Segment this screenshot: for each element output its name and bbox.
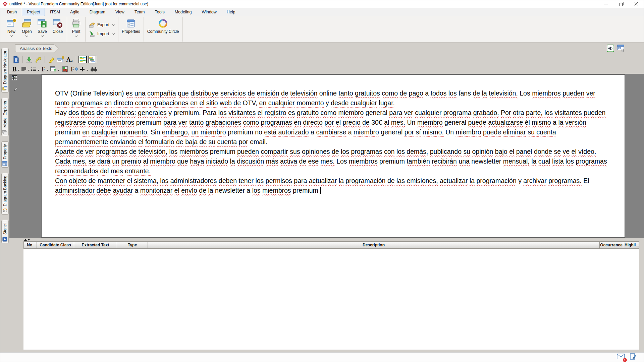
color-button[interactable]	[61, 65, 69, 73]
sidebar-tab-model-explorer[interactable]: Model Explorer	[1, 98, 9, 136]
new-view-button[interactable]	[56, 55, 64, 64]
dropdown-caret-icon[interactable]	[38, 70, 40, 71]
align-button[interactable]	[21, 65, 30, 73]
column-header-description[interactable]: Description	[148, 241, 600, 249]
column-header-extracted-text[interactable]: Extracted Text	[74, 241, 117, 249]
font-style-button[interactable]: F	[41, 65, 49, 73]
list-button[interactable]	[31, 65, 40, 73]
paragraph: Con objeto de mantener el sistema, los a…	[55, 176, 609, 195]
menu-item-view[interactable]: View	[110, 8, 129, 16]
pen-button[interactable]	[13, 86, 18, 94]
column-header-candidate-class[interactable]: Candidate Class	[37, 241, 74, 249]
storyboard-button[interactable]	[12, 75, 17, 81]
print-button[interactable]: Print	[68, 17, 84, 42]
chevron-down-icon[interactable]	[25, 34, 28, 37]
font-style-icon: F	[42, 66, 45, 72]
menu-item-help[interactable]: Help	[222, 8, 240, 16]
close-button[interactable]	[629, 0, 644, 8]
bold-icon: B	[12, 66, 17, 72]
sidebar-tab-property[interactable]: Property	[1, 141, 9, 168]
toolbar-separator	[76, 56, 76, 63]
messages-button[interactable]: 1	[617, 354, 625, 361]
menu-item-team[interactable]: Team	[129, 8, 150, 16]
menu-item-window[interactable]: Window	[197, 8, 221, 16]
analysis-table-body[interactable]	[23, 249, 639, 350]
sidebar-tab-label: Model Explorer	[3, 101, 7, 128]
menu-item-modeling[interactable]: Modeling	[170, 8, 197, 16]
dropdown-caret-icon[interactable]	[86, 70, 88, 71]
menu-item-dash[interactable]: Dash	[2, 8, 22, 16]
column-header-no[interactable]: No.	[23, 241, 37, 249]
export-label: Export	[97, 22, 109, 27]
text-document-button[interactable]	[12, 55, 20, 64]
dropdown-caret-icon[interactable]	[28, 70, 30, 71]
restore-button[interactable]	[613, 0, 629, 8]
collapse-up-icon[interactable]	[24, 239, 27, 241]
highlight-button[interactable]	[47, 55, 55, 64]
open-button[interactable]: Open	[19, 17, 35, 42]
paragraph: Aparte de ver programas de televisión, l…	[55, 147, 609, 176]
menu-item-itsm[interactable]: ITSM	[45, 8, 65, 16]
ribbon-group-community: Community Circle	[144, 17, 183, 42]
export-text-button[interactable]	[34, 55, 42, 64]
editor-canvas: OTV (Online Television) es una compañía …	[9, 74, 644, 238]
panel-splitter[interactable]	[9, 238, 644, 241]
menu-item-tools[interactable]: Tools	[150, 8, 169, 16]
dropdown-caret-icon[interactable]	[18, 70, 20, 71]
chevron-down-icon[interactable]	[41, 34, 44, 37]
community-circle-icon	[158, 18, 168, 28]
collapse-down-icon[interactable]	[28, 239, 30, 241]
save-button[interactable]: Save	[35, 17, 50, 42]
properties-button[interactable]: Properties	[120, 17, 142, 42]
pen-icon	[13, 86, 18, 92]
dropdown-caret-icon[interactable]	[46, 70, 48, 71]
find-button[interactable]	[90, 65, 98, 73]
dropdown-caret-icon[interactable]	[58, 70, 60, 71]
window-title: untitled * - Visual Paradigm Community E…	[9, 2, 148, 6]
column-header-type[interactable]: Type	[117, 241, 148, 249]
menu-item-diagram[interactable]: Diagram	[85, 8, 110, 16]
add-button[interactable]	[80, 65, 88, 73]
draft-button[interactable]	[630, 353, 636, 361]
document-text[interactable]: OTV (Online Television) es una compañía …	[42, 75, 625, 195]
minimize-button[interactable]	[598, 0, 613, 8]
sidebar-tab-label: Property	[3, 144, 7, 159]
view-mode-text-button[interactable]	[78, 55, 87, 64]
import-text-button[interactable]	[25, 55, 33, 64]
view-mode-form-button[interactable]	[88, 55, 96, 64]
import-button[interactable]: Import	[89, 31, 115, 37]
paragraph: Hay dos tipos de miembros: generales y p…	[55, 108, 609, 147]
announcement-icon[interactable]	[607, 45, 614, 52]
open-project-icon	[22, 18, 32, 28]
bold-button[interactable]: B	[12, 65, 20, 73]
align-icon	[21, 67, 26, 71]
format-reset-button[interactable]: F	[70, 65, 78, 73]
chevron-down-icon[interactable]	[112, 32, 115, 35]
diagram-window-icon[interactable]	[617, 45, 625, 52]
sidebar-tab-stencil[interactable]: Stencil	[1, 220, 9, 243]
draft-edit-icon	[630, 353, 636, 360]
community-circle-button[interactable]: Community Circle	[145, 17, 181, 42]
ribbon-group-print: Print	[67, 17, 86, 42]
table-button[interactable]	[50, 65, 60, 73]
ribbon-group-file: New Open Save Close	[2, 17, 67, 42]
sidebar-tab-label: Stencil	[3, 223, 7, 235]
sidebar-tab-diagram-backlog[interactable]: Diagram Backlog	[1, 173, 9, 215]
column-header-occurrence[interactable]: Occurrence	[600, 241, 623, 249]
new-button[interactable]: New	[4, 17, 19, 42]
text-editor-page[interactable]: OTV (Online Television) es una compañía …	[41, 74, 625, 238]
chevron-down-icon[interactable]	[10, 34, 13, 37]
chevron-down-icon[interactable]	[75, 34, 77, 37]
model-explorer-icon	[2, 129, 7, 134]
menu-item-project[interactable]: Project	[22, 8, 45, 16]
export-button[interactable]: Export	[89, 22, 115, 28]
column-header-highli[interactable]: Highli...	[623, 241, 639, 249]
close-project-button[interactable]: Close	[50, 17, 65, 42]
chevron-down-icon[interactable]	[112, 23, 115, 26]
sidebar-tab-diagram-navigator[interactable]: Diagram Navigator	[1, 48, 9, 93]
font-settings-button[interactable]: Aa	[65, 55, 73, 64]
sidebar-tab-label: Diagram Navigator	[3, 51, 7, 84]
menu-item-agile[interactable]: Agile	[65, 8, 85, 16]
tab-analisis-de-texto[interactable]: Analisis de Texto	[15, 44, 54, 52]
editor-toolbar-top: Aa	[9, 54, 644, 65]
